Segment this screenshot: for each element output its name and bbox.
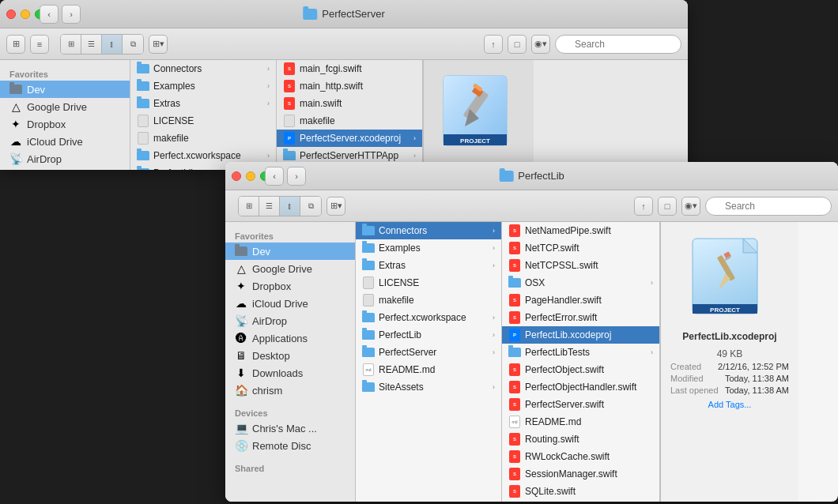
front-col1-license-icon (362, 276, 375, 289)
back-nav-forward[interactable]: › (62, 5, 81, 24)
back-search-input[interactable] (555, 35, 681, 54)
front-col2-pagehandler[interactable]: S PageHandler.swift (502, 291, 659, 309)
front-minimize-button[interactable] (246, 171, 255, 181)
front-col2-nettcp[interactable]: S NetTCP.swift (502, 239, 659, 257)
front-col1-readme-label: README.md (379, 364, 495, 375)
front-col2-sessionmanager[interactable]: S SessionManager.swift (502, 465, 659, 483)
back-col2-xcodeproj[interactable]: P PerfectServer.xcodeproj › (277, 130, 422, 147)
back-view-column[interactable]: ⫿ (102, 35, 123, 54)
front-sidebar-dropbox[interactable]: ✦ Dropbox (225, 277, 355, 295)
front-nav-forward[interactable]: › (287, 167, 306, 186)
front-col2-nettcpssl[interactable]: S NetTCPSSL.swift (502, 257, 659, 274)
front-col1-makefile[interactable]: makefile (356, 291, 501, 309)
back-col2-mainfcgi-label: main_fcgi.swift (300, 63, 416, 74)
back-col1-license[interactable]: LICENSE (130, 112, 276, 130)
back-col1-connectors[interactable]: Connectors › (130, 60, 276, 77)
back-sidebar-googledrive[interactable]: △ Google Drive (0, 98, 130, 115)
front-col2-osx[interactable]: OSX › (502, 274, 659, 291)
front-sidebar-googledrive[interactable]: △ Google Drive (225, 260, 355, 277)
front-sidebar-applications[interactable]: 🅐 Applications (225, 329, 355, 347)
back-nav-back[interactable]: ‹ (40, 5, 59, 24)
back-col2-xcodeproj-icon: P (283, 132, 296, 145)
front-col2-netnamedpipe[interactable]: S NetNamedPipe.swift (502, 222, 659, 239)
back-action-btn[interactable]: ↑ (484, 35, 503, 54)
front-traffic-lights[interactable] (232, 171, 270, 181)
front-arrange-btn[interactable]: ⊞▾ (327, 197, 345, 216)
front-airdrop-label: AirDrop (252, 315, 287, 327)
front-col1-connectors[interactable]: Connectors › (356, 222, 501, 239)
front-col1-siteassets[interactable]: SiteAssets › (356, 378, 501, 396)
front-view-column[interactable]: ⫿ (280, 197, 300, 216)
front-search-input[interactable] (705, 197, 832, 216)
back-tag-btn[interactable]: ◉▾ (531, 35, 550, 54)
back-col1-extras[interactable]: Extras › (130, 95, 276, 112)
back-view-list[interactable]: ☰ (81, 35, 102, 54)
back-nav-buttons[interactable]: ‹ › (40, 5, 81, 24)
front-sidebar-dev[interactable]: Dev (225, 243, 355, 260)
back-view-controls[interactable]: ⊞ ☰ ⫿ ⧉ (60, 34, 144, 55)
front-nav-back[interactable]: ‹ (265, 167, 284, 186)
front-col2-perfectlibtests[interactable]: PerfectLibTests › (502, 344, 659, 361)
front-col2-readme[interactable]: md README.md (502, 413, 659, 431)
front-col1-perfectserver[interactable]: PerfectServer › (356, 344, 501, 361)
front-col2-xcodeproj[interactable]: P PerfectLib.xcodeproj (502, 326, 659, 344)
back-sidebar-dropbox[interactable]: ✦ Dropbox (0, 115, 130, 133)
front-col1-license[interactable]: LICENSE (356, 274, 501, 291)
back-view-icon[interactable]: ⊞ (61, 35, 81, 54)
front-col2-perfecterror[interactable]: S PerfectError.swift (502, 309, 659, 326)
front-col2-routing[interactable]: S Routing.swift (502, 431, 659, 448)
back-col2-mainhttp[interactable]: S main_http.swift (277, 77, 422, 95)
front-sidebar-chrismac[interactable]: 💻 Chris's Mac ... (225, 419, 355, 437)
back-close-button[interactable] (6, 9, 16, 19)
front-sidebar-icloud[interactable]: ☁ iCloud Drive (225, 295, 355, 312)
front-col1-readme[interactable]: md README.md (356, 361, 501, 378)
front-share-btn[interactable]: □ (658, 197, 677, 216)
back-view-cover[interactable]: ⧉ (123, 35, 143, 54)
front-col2-perfectobject[interactable]: S PerfectObject.swift (502, 361, 659, 378)
back-share-btn[interactable]: □ (508, 35, 527, 54)
back-col1-examples[interactable]: Examples › (130, 77, 276, 95)
front-close-button[interactable] (232, 171, 241, 181)
front-sidebar-chrism[interactable]: 🏠 chrism (225, 382, 355, 399)
front-col2-sessionmanager-icon: S (508, 468, 521, 480)
back-col1-extras-icon (137, 97, 149, 110)
front-sidebar-desktop[interactable]: 🖥 Desktop (225, 347, 355, 364)
front-view-list[interactable]: ☰ (259, 197, 280, 216)
front-view-cover[interactable]: ⧉ (300, 197, 321, 216)
front-col2-sqlite[interactable]: S SQLite.swift (502, 483, 659, 500)
front-col2-perfectobjecthandler[interactable]: S PerfectObjectHandler.swift (502, 378, 659, 396)
front-tag-btn[interactable]: ◉▾ (681, 197, 700, 216)
front-nav-buttons[interactable]: ‹ › (265, 167, 306, 186)
back-sidebar-dev[interactable]: Dev (0, 81, 130, 98)
back-traffic-lights[interactable] (6, 9, 44, 19)
front-sidebar-downloads[interactable]: ⬇ Downloads (225, 364, 355, 382)
back-sidebar-airdrop[interactable]: 📡 AirDrop (0, 150, 130, 167)
front-col1-extras[interactable]: Extras › (356, 257, 501, 274)
back-col1-makefile[interactable]: makefile (130, 130, 276, 147)
front-add-tags-link[interactable]: Add Tags... (708, 400, 752, 409)
front-view-icon[interactable]: ⊞ (239, 197, 259, 216)
back-arrange-btn[interactable]: ⊞▾ (149, 35, 168, 54)
front-sidebar-remotedisc[interactable]: 💿 Remote Disc (225, 437, 355, 454)
front-meta-size: 49 KB (670, 348, 789, 359)
front-action-btn[interactable]: ↑ (634, 197, 653, 216)
back-toolbar-btn2[interactable]: ≡ (30, 35, 49, 54)
front-preview-icon: PROJECT (686, 235, 773, 322)
back-minimize-button[interactable] (21, 9, 30, 19)
front-meta-created-value: 2/12/16, 12:52 PM (718, 362, 789, 371)
back-col2-mainfcgi[interactable]: S main_fcgi.swift (277, 60, 422, 77)
front-col1-xcworkspace[interactable]: Perfect.xcworkspace › (356, 309, 501, 326)
back-col2-makefile[interactable]: makefile (277, 112, 422, 130)
front-col2-staticfilehandler[interactable]: S StaticFileHandler.swift (502, 500, 659, 502)
front-col2-rwlockcache[interactable]: S RWLockCache.swift (502, 448, 659, 465)
back-toolbar-btn1[interactable]: ⊞ (6, 35, 25, 54)
front-col1-perfectlib[interactable]: PerfectLib › (356, 326, 501, 344)
front-col1-perfectserver-label: PerfectServer (379, 347, 489, 358)
back-col2-mainswift[interactable]: S main.swift (277, 95, 422, 112)
front-view-controls[interactable]: ⊞ ☰ ⫿ ⧉ (238, 196, 322, 216)
front-col1-examples[interactable]: Examples › (356, 239, 501, 257)
back-sidebar-icloud[interactable]: ☁ iCloud Drive (0, 133, 130, 150)
front-col2-perfectserver[interactable]: S PerfectServer.swift (502, 396, 659, 413)
front-sidebar-airdrop[interactable]: 📡 AirDrop (225, 312, 355, 329)
front-col1-connectors-arrow: › (493, 227, 495, 235)
